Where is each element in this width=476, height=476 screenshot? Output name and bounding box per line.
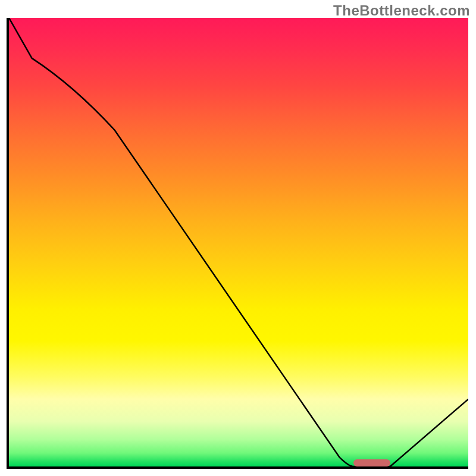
watermark-text: TheBottleneck.com	[333, 2, 470, 19]
line-plot	[9, 18, 468, 466]
plot-area	[7, 18, 468, 469]
chart-container: TheBottleneck.com	[0, 0, 476, 476]
data-line	[9, 18, 468, 466]
optimal-marker	[353, 459, 390, 466]
